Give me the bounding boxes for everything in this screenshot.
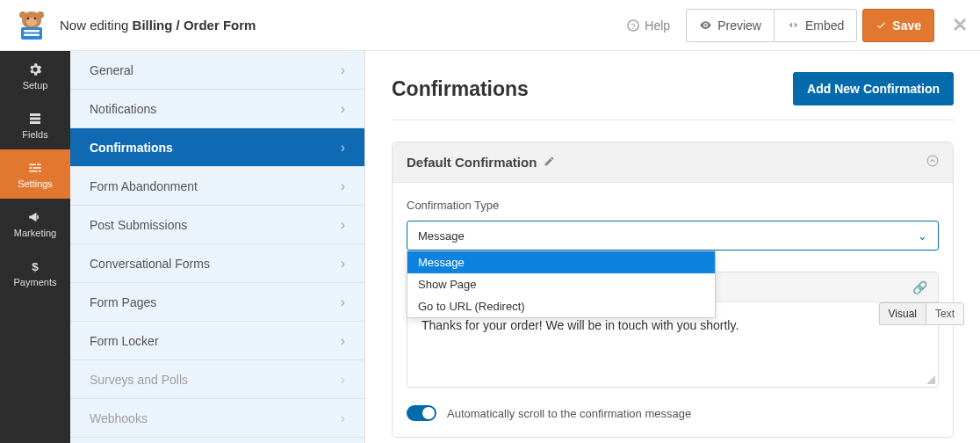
sidebar-label: Confirmations bbox=[90, 141, 173, 155]
sidebar-item-surveys[interactable]: Surveys and Polls› bbox=[70, 360, 364, 399]
page-title: Confirmations bbox=[392, 77, 529, 101]
auto-scroll-toggle[interactable] bbox=[407, 405, 436, 421]
preview-label: Preview bbox=[717, 18, 761, 33]
tab-text[interactable]: Text bbox=[926, 302, 964, 325]
sidebar-item-general[interactable]: General› bbox=[70, 51, 364, 90]
chevron-right-icon: › bbox=[341, 217, 345, 233]
sidebar-item-confirmations[interactable]: Confirmations› bbox=[70, 128, 364, 167]
svg-rect-8 bbox=[24, 33, 40, 36]
main-content: Confirmations Add New Confirmation Defau… bbox=[365, 51, 980, 443]
topbar-actions: ? Help Preview Embed Save ✕ bbox=[616, 9, 968, 42]
fields-icon bbox=[27, 111, 43, 127]
rail-label: Payments bbox=[14, 277, 57, 287]
help-icon: ? bbox=[627, 19, 639, 32]
svg-rect-7 bbox=[24, 30, 40, 33]
editing-prefix: Now editing bbox=[60, 18, 133, 33]
sidebar-item-form-pages[interactable]: Form Pages› bbox=[70, 283, 364, 322]
svg-rect-12 bbox=[30, 117, 40, 120]
rail-item-marketing[interactable]: Marketing bbox=[0, 199, 70, 248]
rail-item-setup[interactable]: Setup bbox=[0, 51, 70, 100]
link-icon[interactable]: 🔗 bbox=[912, 280, 927, 294]
sidebar-label: Notifications bbox=[90, 102, 156, 116]
sidebar-item-form-abandonment[interactable]: Form Abandonment› bbox=[70, 167, 364, 206]
close-icon[interactable]: ✕ bbox=[952, 14, 968, 37]
chevron-right-icon: › bbox=[341, 256, 345, 272]
sidebar-item-conversational-forms[interactable]: Conversational Forms› bbox=[70, 244, 364, 283]
dollar-icon: $ bbox=[27, 258, 43, 274]
sidebar-label: Webhooks bbox=[90, 411, 148, 425]
pencil-icon bbox=[544, 156, 555, 167]
svg-text:$: $ bbox=[32, 259, 39, 272]
sidebar-item-form-locker[interactable]: Form Locker› bbox=[70, 322, 364, 360]
select-value: Message bbox=[418, 229, 465, 243]
chevron-right-icon: › bbox=[341, 372, 345, 388]
tab-visual[interactable]: Visual bbox=[879, 302, 926, 325]
chevron-right-icon: › bbox=[341, 62, 345, 78]
resize-grip-icon[interactable] bbox=[926, 374, 936, 385]
embed-label: Embed bbox=[805, 18, 844, 33]
sidebar-item-webhooks[interactable]: Webhooks› bbox=[70, 399, 364, 438]
panel-header: Default Confirmation bbox=[393, 142, 953, 183]
confirmation-type-select[interactable]: Message ⌄ bbox=[407, 221, 939, 251]
gear-icon bbox=[27, 62, 43, 77]
sidebar-label: Form Locker bbox=[90, 334, 159, 348]
svg-rect-6 bbox=[21, 27, 42, 40]
svg-point-15 bbox=[927, 156, 938, 166]
svg-rect-11 bbox=[30, 113, 40, 116]
chevron-down-icon: ⌄ bbox=[918, 229, 927, 243]
left-rail: Setup Fields Settings Marketing $ Paymen… bbox=[0, 51, 70, 443]
now-editing-text: Now editing Billing / Order Form bbox=[60, 18, 256, 33]
sidebar-label: Conversational Forms bbox=[90, 257, 210, 271]
auto-scroll-row: Automatically scroll to the confirmation… bbox=[407, 405, 939, 421]
sidebar-label: Form Pages bbox=[90, 295, 156, 309]
page-header: Confirmations Add New Confirmation bbox=[392, 72, 954, 120]
sidebar-item-notifications[interactable]: Notifications› bbox=[70, 90, 364, 128]
auto-scroll-label: Automatically scroll to the confirmation… bbox=[447, 407, 691, 420]
form-name: Billing / Order Form bbox=[133, 18, 256, 33]
svg-point-5 bbox=[34, 17, 37, 19]
message-text: Thanks for your order! We will be in tou… bbox=[422, 318, 739, 332]
embed-button[interactable]: Embed bbox=[774, 9, 857, 42]
sidebar-label: Post Submissions bbox=[90, 218, 187, 232]
svg-text:?: ? bbox=[631, 21, 636, 30]
rail-item-fields[interactable]: Fields bbox=[0, 100, 70, 149]
chevron-right-icon: › bbox=[341, 178, 345, 194]
option-message[interactable]: Message bbox=[407, 251, 715, 273]
svg-point-4 bbox=[27, 17, 30, 19]
eye-icon bbox=[699, 18, 712, 32]
option-show-page[interactable]: Show Page bbox=[407, 273, 715, 295]
rail-label: Setup bbox=[23, 80, 48, 91]
rail-label: Marketing bbox=[14, 228, 56, 238]
chevron-right-icon: › bbox=[341, 410, 345, 426]
help-label: Help bbox=[645, 18, 670, 33]
confirmation-panel: Default Confirmation Confirmation Type M… bbox=[392, 142, 954, 438]
chevron-right-icon: › bbox=[341, 294, 345, 310]
svg-point-1 bbox=[19, 11, 26, 18]
confirmation-type-dropdown: Message Show Page Go to URL (Redirect) bbox=[407, 251, 716, 318]
collapse-icon[interactable] bbox=[926, 155, 939, 170]
topbar: Now editing Billing / Order Form ? Help … bbox=[0, 0, 980, 51]
option-redirect[interactable]: Go to URL (Redirect) bbox=[407, 295, 715, 317]
save-label: Save bbox=[892, 18, 921, 33]
sidebar-label: General bbox=[90, 63, 133, 77]
sidebar-label: Surveys and Polls bbox=[90, 373, 188, 387]
rail-item-settings[interactable]: Settings bbox=[0, 149, 70, 199]
code-icon bbox=[787, 18, 800, 32]
check-icon bbox=[876, 19, 887, 31]
settings-sidebar: General› Notifications› Confirmations› F… bbox=[70, 51, 365, 443]
app-logo bbox=[12, 8, 51, 43]
rail-label: Settings bbox=[18, 178, 53, 189]
help-link[interactable]: ? Help bbox=[616, 11, 681, 40]
preview-button[interactable]: Preview bbox=[686, 9, 774, 42]
edit-title-icon[interactable] bbox=[544, 155, 555, 170]
preview-embed-group: Preview Embed bbox=[686, 9, 857, 42]
chevron-right-icon: › bbox=[341, 333, 345, 349]
add-new-confirmation-button[interactable]: Add New Confirmation bbox=[793, 72, 954, 105]
sidebar-label: Form Abandonment bbox=[90, 179, 198, 193]
save-button[interactable]: Save bbox=[862, 9, 934, 42]
rail-item-payments[interactable]: $ Payments bbox=[0, 248, 70, 297]
sliders-icon bbox=[27, 160, 43, 176]
editor-tabs: Visual Text bbox=[879, 302, 964, 325]
svg-rect-13 bbox=[30, 121, 40, 124]
sidebar-item-post-submissions[interactable]: Post Submissions› bbox=[70, 206, 364, 244]
